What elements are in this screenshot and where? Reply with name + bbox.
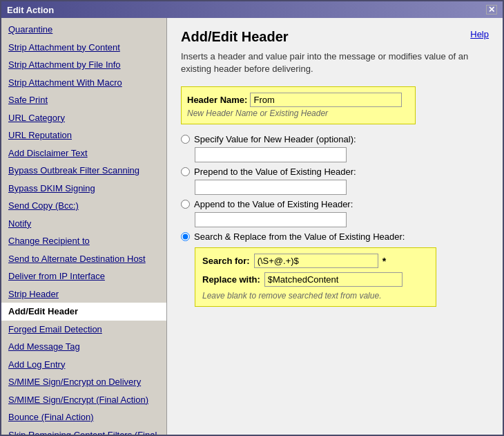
sidebar-item-add-log-entry[interactable]: Add Log Entry xyxy=(1,356,166,374)
radio-row-search-replace: Search & Replace from the Value of Exist… xyxy=(181,231,489,242)
sidebar-item-safe-print[interactable]: Safe Print xyxy=(1,91,166,109)
search-input[interactable] xyxy=(254,254,378,268)
radio-append[interactable] xyxy=(181,200,190,209)
radio-prepend-label: Prepend to the Value of Existing Header: xyxy=(194,167,356,177)
header-name-label: Header Name: xyxy=(187,95,247,105)
radio-append-label: Append to the Value of Existing Header: xyxy=(194,199,353,209)
title-bar: Edit Action ✕ xyxy=(1,1,503,18)
sidebar-item-send-copy-bcc[interactable]: Send Copy (Bcc:) xyxy=(1,197,166,215)
search-for-label: Search for: xyxy=(202,256,250,266)
sidebar-item-bounce-final[interactable]: Bounce (Final Action) xyxy=(1,408,166,426)
append-value-input[interactable] xyxy=(195,212,347,227)
sidebar-item-smime-sign-encrypt-final[interactable]: S/MIME Sign/Encrypt (Final Action) xyxy=(1,391,166,409)
radio-section: Specify Value for New Header (optional):… xyxy=(181,134,489,307)
main-panel: Add/Edit Header Help Inserts a header an… xyxy=(167,18,503,435)
radio-search-replace-label: Search & Replace from the Value of Exist… xyxy=(194,231,405,242)
sidebar-item-deliver-from-ip-interface[interactable]: Deliver from IP Interface xyxy=(1,267,166,285)
sidebar-item-smime-sign-encrypt-on-delivery[interactable]: S/MIME Sign/Encrypt on Delivery xyxy=(1,373,166,391)
sidebar-item-strip-attachment-with-macro[interactable]: Strip Attachment With Macro xyxy=(1,74,166,92)
panel-title: Add/Edit Header xyxy=(181,29,289,45)
header-name-section: Header Name: New Header Name or Existing… xyxy=(181,86,489,124)
sidebar-item-url-category[interactable]: URL Category xyxy=(1,109,166,127)
radio-row-append: Append to the Value of Existing Header: xyxy=(181,199,489,209)
header-name-input[interactable] xyxy=(250,93,402,107)
replace-row: Replace with: xyxy=(202,272,429,287)
sidebar-item-notify[interactable]: Notify xyxy=(1,215,166,233)
radio-specify-label: Specify Value for New Header (optional): xyxy=(194,134,356,144)
radio-row-specify: Specify Value for New Header (optional): xyxy=(181,134,489,144)
replace-with-label: Replace with: xyxy=(202,274,260,285)
sidebar-item-add-disclaimer-text[interactable]: Add Disclaimer Text xyxy=(1,144,166,162)
help-link[interactable]: Help xyxy=(470,29,489,39)
sidebar-item-forged-email-detection[interactable]: Forged Email Detection xyxy=(1,321,166,339)
required-asterisk: * xyxy=(382,256,386,267)
sidebar-item-send-to-alternate-destination-host[interactable]: Send to Alternate Destination Host xyxy=(1,250,166,268)
radio-search-replace[interactable] xyxy=(181,232,190,241)
window-title: Edit Action xyxy=(7,5,54,15)
sidebar-item-strip-header[interactable]: Strip Header xyxy=(1,285,166,303)
header-name-placeholder: New Header Name or Existing Header xyxy=(187,108,409,118)
sidebar-item-skip-remaining-content-filters-final[interactable]: Skip Remaining Content Filters (Final Ac… xyxy=(1,426,166,435)
radio-prepend[interactable] xyxy=(181,167,190,176)
sidebar-item-strip-attachment-by-content[interactable]: Strip Attachment by Content xyxy=(1,39,166,57)
edit-action-window: Edit Action ✕ QuarantineStrip Attachment… xyxy=(0,0,504,436)
content-area: QuarantineStrip Attachment by ContentStr… xyxy=(1,18,503,435)
radio-row-prepend: Prepend to the Value of Existing Header: xyxy=(181,167,489,177)
header-name-box: Header Name: New Header Name or Existing… xyxy=(181,86,416,124)
sidebar-item-bypass-outbreak-filter-scanning[interactable]: Bypass Outbreak Filter Scanning xyxy=(1,162,166,180)
radio-specify[interactable] xyxy=(181,135,190,144)
sidebar-item-add-message-tag[interactable]: Add Message Tag xyxy=(1,338,166,356)
sidebar-item-url-reputation[interactable]: URL Reputation xyxy=(1,126,166,144)
search-row: Search for: * xyxy=(202,254,429,268)
replace-placeholder: Leave blank to remove searched text from… xyxy=(202,291,429,301)
replace-input[interactable] xyxy=(264,272,403,287)
specify-value-input[interactable] xyxy=(195,147,347,162)
sidebar-item-strip-attachment-by-file-info[interactable]: Strip Attachment by File Info xyxy=(1,56,166,74)
close-button[interactable]: ✕ xyxy=(486,5,497,15)
sidebar: QuarantineStrip Attachment by ContentStr… xyxy=(1,18,167,435)
sidebar-item-change-recipient-to[interactable]: Change Recipient to xyxy=(1,232,166,250)
sidebar-item-quarantine[interactable]: Quarantine xyxy=(1,21,166,39)
sidebar-item-bypass-dkim-signing[interactable]: Bypass DKIM Signing xyxy=(1,180,166,198)
search-replace-box: Search for: * Replace with: Leave blank … xyxy=(195,247,436,307)
panel-header: Add/Edit Header Help xyxy=(181,29,489,45)
sidebar-item-add-edit-header[interactable]: Add/Edit Header xyxy=(1,303,166,321)
panel-description: Inserts a header and value pair into the… xyxy=(181,50,489,75)
prepend-value-input[interactable] xyxy=(195,180,347,195)
